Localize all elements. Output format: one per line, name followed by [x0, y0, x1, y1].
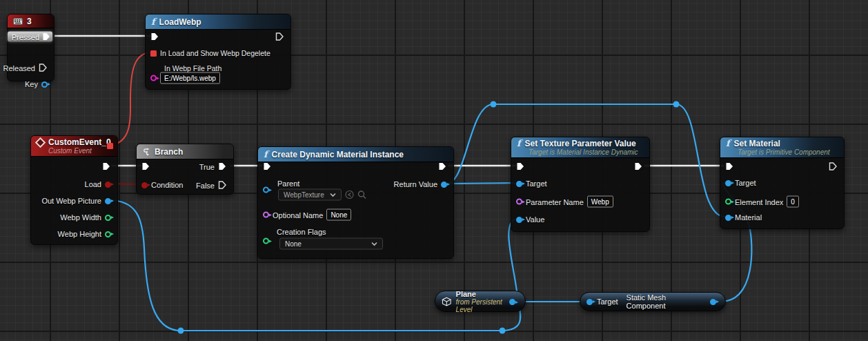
- exec-out-pin[interactable]: [438, 162, 447, 171]
- pin-row-delegate[interactable]: In Load and Show Webp Degelete: [150, 49, 270, 57]
- exec-out-row[interactable]: [275, 32, 284, 41]
- exec-out-row[interactable]: [829, 162, 838, 171]
- int-pin-webp-width[interactable]: [105, 215, 111, 221]
- creation-flags-dropdown[interactable]: None: [279, 238, 383, 250]
- parent-pin-row[interactable]: [263, 187, 269, 193]
- reroute-node[interactable]: [673, 101, 680, 108]
- pin-row-key[interactable]: Key: [25, 80, 48, 88]
- node-branch[interactable]: Branch Condition True False: [136, 144, 234, 195]
- object-pin-plane-out[interactable]: [509, 299, 515, 305]
- enum-pin-creation-flags[interactable]: [263, 238, 269, 244]
- creation-flags-pin-row[interactable]: [263, 238, 269, 244]
- file-path-input[interactable]: E:/Webp/ls.webp: [160, 72, 220, 84]
- exec-out-row[interactable]: [102, 162, 111, 171]
- object-pin-target-in[interactable]: [586, 299, 593, 305]
- reroute-node[interactable]: [500, 328, 506, 334]
- pin-row-target[interactable]: Target: [516, 179, 547, 188]
- object-pin-out-webp-picture[interactable]: [105, 198, 111, 204]
- exec-in-pin[interactable]: [516, 162, 525, 171]
- delegate-output-pin[interactable]: [107, 143, 113, 149]
- parent-asset-dropdown[interactable]: WebpTexture: [278, 189, 342, 201]
- pin-label: Value: [526, 215, 544, 224]
- name-pin-parameter-name[interactable]: [516, 199, 522, 205]
- pin-row-out-webp-picture[interactable]: Out Webp Picture: [41, 197, 111, 205]
- node-custom-event[interactable]: CustomEvent_0 Custom Event Load Out Webp…: [30, 135, 118, 245]
- object-pin-smc-out[interactable]: [710, 299, 716, 305]
- pin-row-material[interactable]: Material: [725, 213, 762, 222]
- int-pin-webp-height[interactable]: [105, 231, 111, 237]
- node-key-event-3[interactable]: 3 Pressed Released Key: [7, 14, 55, 81]
- exec-out-pin[interactable]: [102, 162, 111, 171]
- pin-label: Parent: [277, 179, 299, 188]
- pin-label: Out Webp Picture: [41, 197, 101, 205]
- string-pin-file-path[interactable]: [150, 75, 157, 81]
- node-plane-reference[interactable]: Plane from Persistent Level: [435, 291, 526, 312]
- parameter-name-input[interactable]: Webp: [587, 196, 613, 208]
- exec-out-pin[interactable]: [829, 162, 838, 171]
- pin-row-file-path[interactable]: E:/Webp/ls.webp: [150, 72, 220, 84]
- pin-row-false[interactable]: False: [196, 181, 227, 190]
- creation-flags-value-row[interactable]: None: [279, 238, 383, 250]
- optional-name-input[interactable]: None: [326, 209, 351, 221]
- pin-row-webp-height[interactable]: Webp Height: [58, 230, 111, 238]
- exec-true-pin[interactable]: [218, 162, 227, 171]
- object-pin-target[interactable]: [516, 181, 522, 187]
- node-loadwebp[interactable]: f LoadWebp In Load and Show Webp Degelet…: [145, 14, 291, 90]
- pin-row-condition[interactable]: Condition: [141, 181, 183, 189]
- node-title: Plane: [456, 290, 519, 298]
- exec-in-pin[interactable]: [725, 162, 734, 171]
- pin-row-pressed[interactable]: Pressed: [8, 32, 52, 42]
- reroute-node[interactable]: [178, 328, 184, 334]
- exec-in-row[interactable]: [150, 32, 159, 41]
- exec-in-pin[interactable]: [150, 32, 159, 41]
- exec-in-pin[interactable]: [141, 162, 150, 171]
- pin-label: Load: [85, 180, 101, 188]
- node-static-mesh-component[interactable]: Target Static Mesh Component: [580, 292, 726, 311]
- browse-asset-icon[interactable]: [357, 191, 366, 199]
- pin-row-load[interactable]: Load: [85, 180, 111, 188]
- int-pin-element-index[interactable]: [725, 199, 731, 205]
- object-pin-return-value[interactable]: [441, 182, 447, 188]
- exec-pin-released[interactable]: [39, 64, 48, 72]
- reroute-node[interactable]: [491, 101, 497, 108]
- pin-row-webp-width[interactable]: Webp Width: [60, 213, 111, 222]
- pin-row-element-index[interactable]: Element Index 0: [725, 196, 799, 208]
- exec-in-row[interactable]: [725, 162, 734, 171]
- object-pin-value[interactable]: [516, 217, 522, 223]
- exec-in-pin[interactable]: [263, 162, 272, 171]
- exec-false-pin[interactable]: [218, 181, 227, 190]
- pin-row-true[interactable]: True: [199, 162, 227, 171]
- pin-row-optional-name[interactable]: Optional Name None: [263, 209, 351, 221]
- pin-row-released[interactable]: Released: [3, 64, 48, 72]
- node-create-dynamic-material-instance[interactable]: f Create Dynamic Material Instance Retur…: [257, 146, 454, 259]
- delegate-pin[interactable]: [150, 50, 157, 57]
- exec-in-row[interactable]: [263, 162, 272, 171]
- pin-row-parameter-name[interactable]: Parameter Name Webp: [516, 196, 613, 208]
- node-set-texture-parameter-value[interactable]: f Set Texture Parameter Value Target is …: [511, 137, 650, 232]
- exec-out-pin[interactable]: [634, 162, 643, 171]
- pin-row-return-value[interactable]: Return Value: [394, 180, 447, 188]
- blueprint-graph-canvas[interactable]: 3 Pressed Released Key f LoadWebp In Loa: [0, 0, 868, 341]
- bool-pin-condition[interactable]: [141, 182, 148, 188]
- exec-in-row[interactable]: [141, 162, 150, 171]
- use-selected-asset-icon[interactable]: [345, 191, 354, 199]
- wire-returnvalue-to-target: [447, 183, 517, 184]
- exec-pin-pressed[interactable]: [42, 32, 51, 41]
- key-pin[interactable]: [41, 81, 48, 88]
- name-pin-optional-name[interactable]: [263, 212, 269, 218]
- pin-row-value[interactable]: Value: [516, 215, 544, 224]
- static-mesh-icon: [442, 297, 452, 306]
- exec-in-row[interactable]: [516, 162, 525, 171]
- exec-out-row[interactable]: [438, 162, 447, 171]
- object-pin-target[interactable]: [725, 180, 731, 186]
- pin-label: Webp Height: [58, 230, 101, 238]
- exec-out-row[interactable]: [634, 162, 643, 171]
- bool-pin-load[interactable]: [105, 182, 111, 188]
- object-pin-material[interactable]: [725, 215, 731, 221]
- parent-value-row[interactable]: WebpTexture: [278, 189, 366, 201]
- node-set-material[interactable]: f Set Material Target is Primitive Compo…: [720, 137, 845, 229]
- element-index-input[interactable]: 0: [787, 196, 799, 208]
- object-pin-parent[interactable]: [263, 187, 269, 193]
- pin-row-target[interactable]: Target: [725, 179, 756, 187]
- exec-out-pin[interactable]: [275, 32, 284, 41]
